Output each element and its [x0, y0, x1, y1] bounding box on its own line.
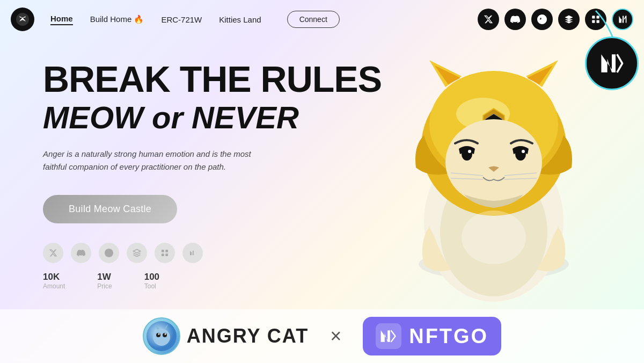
stat-tool: 100 Tool [144, 272, 159, 290]
stats-row: 10K Amount 1W Price 100 Tool [43, 272, 601, 295]
stat-price-value: 1W [97, 272, 112, 282]
svg-rect-7 [162, 250, 164, 252]
site-logo[interactable] [11, 8, 34, 31]
stat-amount: 10K Amount [43, 272, 65, 290]
nav-build-home[interactable]: Build Home 🔥 [90, 14, 144, 24]
navbar: Home Build Home 🔥 ERC-721W Kitties Land … [0, 0, 644, 39]
discord-nav-icon[interactable] [504, 9, 526, 30]
bottom-social-row [43, 243, 601, 263]
nav-erc721w[interactable]: ERC-721W [161, 15, 202, 24]
nft-cube-nav-icon[interactable] [558, 9, 580, 30]
opensea-nav-icon[interactable] [531, 9, 553, 30]
hero-title-main: BREAK THE RULES [43, 60, 601, 98]
svg-rect-10 [165, 254, 168, 257]
nftgo-large-highlight[interactable] [585, 37, 639, 90]
svg-point-1 [20, 18, 22, 19]
svg-rect-9 [162, 254, 164, 257]
hero-section: BREAK THE RULES MEOW or NEVER Anger is a… [0, 39, 644, 363]
svg-rect-3 [592, 16, 595, 18]
nav-home[interactable]: Home [50, 14, 73, 25]
nav-social-icons [478, 9, 633, 30]
build-meow-castle-button[interactable]: Build Meow Castle [43, 195, 177, 223]
stat-price-label: Price [97, 282, 112, 290]
opensea-bottom-icon[interactable] [99, 243, 119, 263]
stat-price: 1W Price [97, 272, 112, 290]
svg-rect-4 [597, 16, 599, 18]
nftgo-bottom-icon[interactable] [182, 243, 203, 263]
twitter-bottom-icon[interactable] [43, 243, 63, 263]
svg-rect-6 [597, 20, 599, 23]
hero-description: Anger is a naturally strong human emotio… [43, 148, 268, 173]
discord-bottom-icon[interactable] [71, 243, 91, 263]
hero-title-sub: MEOW or NEVER [43, 100, 601, 135]
connect-button[interactable]: Connect [287, 11, 340, 28]
stat-amount-value: 10K [43, 272, 65, 282]
enjin-bottom-icon[interactable] [155, 243, 175, 263]
svg-rect-5 [592, 20, 595, 23]
svg-point-2 [24, 18, 25, 19]
enjin-nav-icon[interactable] [585, 9, 606, 30]
cat-logo-icon [15, 12, 30, 27]
nav-kitties-land[interactable]: Kitties Land [219, 15, 261, 24]
stat-tool-value: 100 [144, 272, 159, 282]
nav-links: Home Build Home 🔥 ERC-721W Kitties Land … [50, 11, 467, 28]
stat-amount-label: Amount [43, 282, 65, 290]
nftgo-nav-icon[interactable] [612, 9, 633, 30]
nftgo-large-icon [597, 48, 627, 78]
twitter-nav-icon[interactable] [478, 9, 499, 30]
hero-content: BREAK THE RULES MEOW or NEVER Anger is a… [43, 49, 601, 363]
nftgo-n-icon [617, 13, 628, 25]
cube-bottom-icon[interactable] [127, 243, 147, 263]
svg-rect-8 [165, 250, 168, 252]
stat-tool-label: Tool [144, 282, 159, 290]
